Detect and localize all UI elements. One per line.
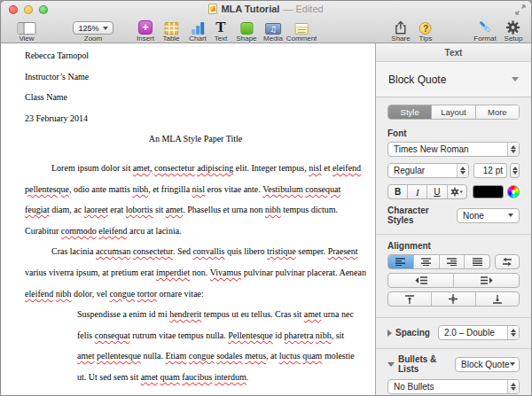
document-canvas[interactable]: Rebecca Tarnopol Instructor’s Name Class… — [1, 43, 377, 395]
tab-style[interactable]: Style — [388, 105, 432, 119]
divider — [376, 317, 531, 318]
decrease-indent-button[interactable] — [388, 274, 454, 287]
valign-top-button[interactable] — [388, 292, 432, 306]
font-style-dropdown[interactable]: Regular — [387, 163, 469, 178]
align-justify-button[interactable] — [465, 255, 489, 268]
text-direction-icon — [502, 258, 512, 266]
paragraph-style-selector[interactable]: Block Quote — [376, 62, 531, 97]
font-size-field[interactable] — [473, 163, 507, 178]
valign-top-icon — [405, 295, 414, 304]
view-panel-icon — [18, 22, 36, 35]
media-note-icon: ♫ — [265, 23, 281, 35]
mla-header-class[interactable]: Class Name — [25, 87, 366, 108]
tab-more[interactable]: More — [476, 105, 519, 119]
paper-title[interactable]: An MLA Style Paper Title — [25, 128, 366, 150]
increase-indent-button[interactable] — [454, 274, 519, 287]
table-button[interactable]: Table — [162, 19, 179, 43]
table-grid-icon — [164, 22, 178, 35]
minimize-button[interactable] — [24, 5, 33, 14]
style-controls: Style Layout More Font Times New Roman R… — [376, 97, 531, 396]
list-style-dropdown[interactable]: Block Quote — [455, 357, 520, 372]
bar-chart-icon — [191, 21, 205, 35]
tips-button[interactable]: ? Tips — [419, 19, 433, 43]
text-button[interactable]: T Text — [215, 19, 228, 43]
zoom-dropdown[interactable]: 125% — [73, 21, 113, 35]
stepper-icon[interactable] — [507, 326, 519, 339]
pages-window: MLA Tutorial — Edited View 125% Zoom — [0, 0, 532, 396]
zoom-window-button[interactable] — [39, 5, 48, 14]
format-sidebar: Text Block Quote Style Layout More Font … — [375, 43, 531, 395]
traffic-lights — [9, 5, 48, 14]
green-square-icon — [240, 22, 253, 35]
zoom-control[interactable]: 125% Zoom — [73, 19, 113, 43]
close-button[interactable] — [9, 5, 18, 14]
style-tabs: Style Layout More — [387, 105, 520, 120]
mla-header-instructor[interactable]: Instructor’s Name — [25, 66, 366, 88]
share-button[interactable]: Share — [391, 19, 410, 43]
bold-button[interactable]: B — [388, 185, 408, 198]
body-paragraph-2[interactable]: Cras lacinia accumsan consectetur. Sed c… — [25, 241, 366, 304]
body-paragraph-1[interactable]: Lorem ipsum dolor sit amet, consectetur … — [25, 158, 366, 241]
color-wheel-button[interactable] — [507, 185, 520, 198]
window-title: MLA Tutorial — [221, 4, 279, 14]
align-right-button[interactable] — [440, 255, 466, 268]
chevron-down-icon — [510, 362, 515, 366]
mla-header-author[interactable]: Rebecca Tarnopol — [25, 45, 366, 66]
comment-button[interactable]: Comment — [286, 19, 317, 43]
bullet-type-value: No Bullets — [388, 382, 507, 392]
advanced-options-button[interactable] — [448, 185, 466, 198]
stepper-icon[interactable] — [507, 380, 519, 393]
character-styles-dropdown[interactable]: None — [457, 208, 520, 223]
shape-button[interactable]: Shape — [236, 19, 256, 43]
paintbrush-icon — [477, 19, 493, 35]
block-quote-paragraph[interactable]: Suspendisse a enim id mi hendrerit tempu… — [77, 304, 357, 387]
decrease-indent-icon — [415, 276, 427, 284]
plus-icon: + — [138, 20, 153, 35]
fullscreen-icon[interactable] — [515, 4, 526, 15]
font-style-value: Regular — [388, 166, 457, 175]
spacing-disclosure[interactable]: Spacing — [387, 328, 430, 338]
valign-bottom-button[interactable] — [476, 292, 519, 306]
line-spacing-dropdown[interactable]: 2.0 – Double — [438, 325, 520, 340]
font-section-label: Font — [387, 128, 520, 138]
setup-button[interactable]: Setup — [505, 19, 523, 43]
align-center-button[interactable] — [414, 255, 440, 268]
tab-layout[interactable]: Layout — [432, 105, 475, 119]
stepper-icon[interactable] — [457, 164, 468, 177]
character-styles-label: Character Styles — [387, 206, 457, 225]
text-direction-button[interactable] — [495, 254, 520, 269]
bullets-lists-disclosure[interactable]: Bullets & Lists — [387, 354, 455, 374]
font-size-stepper[interactable] — [510, 163, 520, 178]
italic-button[interactable]: I — [408, 185, 427, 198]
font-color-well[interactable] — [473, 185, 504, 198]
align-left-button[interactable] — [388, 255, 414, 268]
view-button[interactable]: View — [18, 19, 36, 43]
font-family-dropdown[interactable]: Times New Roman — [387, 142, 520, 157]
window-title-area: MLA Tutorial — Edited — [54, 4, 478, 14]
chevron-down-icon — [508, 214, 513, 217]
alignment-section-label: Alignment — [387, 241, 520, 251]
align-justify-icon — [473, 258, 482, 266]
bullet-type-dropdown[interactable]: No Bullets — [387, 379, 520, 394]
mla-header-date[interactable]: 23 February 2014 — [25, 108, 366, 129]
chart-button[interactable]: Chart — [189, 19, 207, 43]
character-styles-value: None — [458, 211, 508, 221]
bullets-lists-row: Bullets & Lists Block Quote — [387, 354, 520, 374]
valign-middle-button[interactable] — [432, 292, 475, 306]
disclosure-right-icon — [387, 330, 392, 337]
sidebar-panel-title: Text — [376, 43, 531, 62]
line-spacing-value: 2.0 – Double — [439, 328, 507, 338]
underline-button[interactable]: U — [427, 185, 447, 198]
share-arrow-icon — [394, 20, 407, 35]
divider — [376, 348, 531, 349]
format-button[interactable]: Format — [473, 19, 496, 43]
paragraph-style-value: Block Quote — [388, 74, 446, 86]
titlebar[interactable]: MLA Tutorial — Edited — [1, 1, 531, 19]
valign-middle-icon — [449, 294, 458, 304]
media-button[interactable]: ♫ Media — [263, 19, 283, 43]
question-mark-icon: ? — [419, 22, 432, 35]
chevron-down-icon — [512, 77, 519, 82]
stepper-icon[interactable] — [507, 143, 519, 156]
chevron-down-icon — [103, 27, 108, 30]
insert-button[interactable]: + Insert — [137, 19, 154, 43]
